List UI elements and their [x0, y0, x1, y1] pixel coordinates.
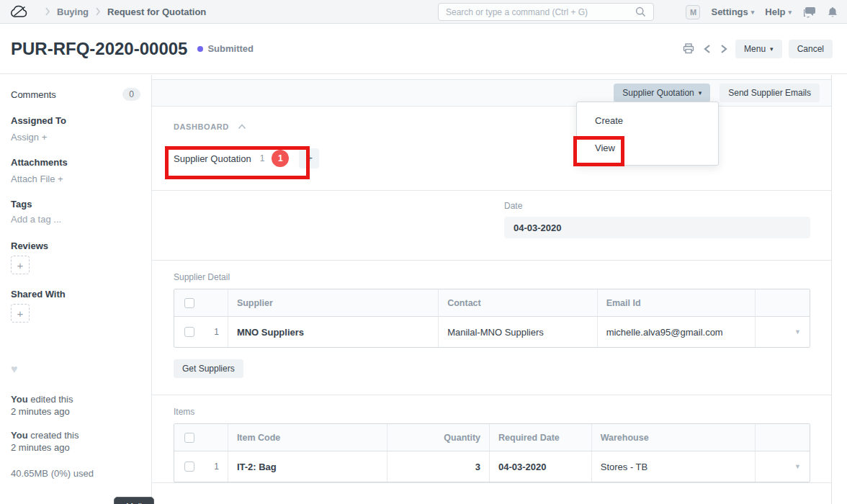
like-heart-icon[interactable]: ♥: [11, 363, 140, 376]
search-icon[interactable]: [635, 6, 646, 20]
activity-action: created this: [30, 430, 79, 441]
chevron-right-icon: [45, 7, 50, 16]
menu-button[interactable]: Menu ▾: [735, 40, 782, 58]
help-menu[interactable]: Help ▾: [765, 6, 792, 17]
cell-email-id[interactable]: michelle.alva95@gmail.com: [598, 317, 756, 347]
items-grid: Item Code Quantity Required Date Warehou…: [174, 423, 810, 482]
menu-button-label: Menu: [744, 44, 766, 54]
add-review-button[interactable]: +: [11, 256, 30, 274]
attach-file-button[interactable]: Attach File +: [11, 174, 140, 184]
page-head-actions: Menu ▾ Cancel: [681, 40, 833, 58]
add-tag-input[interactable]: Add a tag ...: [11, 214, 140, 225]
form-body: Supplier Quotation ▾ Send Supplier Email…: [152, 75, 832, 504]
plus-icon: +: [17, 307, 24, 320]
next-document-icon[interactable]: [719, 42, 729, 55]
column-header-warehouse: Warehouse: [592, 424, 756, 451]
bell-icon[interactable]: [828, 6, 838, 18]
comments-row[interactable]: Comments 0: [11, 88, 140, 101]
breadcrumb-buying[interactable]: Buying: [57, 6, 89, 17]
breadcrumb-request-for-quotation[interactable]: Request for Quotation: [107, 6, 206, 17]
cancel-button-label: Cancel: [797, 44, 824, 54]
new-supplier-quotation-button[interactable]: +: [299, 148, 319, 168]
column-header-item-code: Item Code: [228, 424, 387, 451]
supplier-quotation-link[interactable]: Supplier Quotation: [174, 153, 251, 164]
date-field-label: Date: [504, 201, 810, 211]
reviews-heading: Reviews: [11, 240, 140, 251]
supplier-quotation-badge[interactable]: 1: [272, 150, 289, 167]
activity-time: 2 minutes ago: [11, 406, 70, 417]
assign-button[interactable]: Assign +: [11, 132, 140, 143]
send-supplier-emails-label: Send Supplier Emails: [728, 88, 811, 98]
table-row: 1 MNO Suppliers Manilal-MNO Suppliers mi…: [174, 317, 810, 347]
supplier-quotation-dropdown-button[interactable]: Supplier Quotation ▾: [614, 84, 710, 102]
status-badge: Submitted: [197, 43, 254, 54]
supplier-quotation-count: 1: [260, 153, 265, 163]
chevron-up-icon[interactable]: [238, 124, 246, 130]
caret-down-icon: ▾: [770, 45, 774, 53]
shared-with-heading: Shared With: [11, 289, 140, 300]
select-all-checkbox[interactable]: [184, 433, 194, 443]
cell-contact[interactable]: Manilal-MNO Suppliers: [439, 317, 597, 347]
dropdown-item-create[interactable]: Create: [577, 107, 718, 134]
supplier-detail-section: Supplier Detail Supplier Contact Email I…: [152, 261, 831, 395]
row-checkbox[interactable]: [184, 327, 194, 337]
cell-warehouse[interactable]: Stores - TB: [592, 451, 756, 482]
supplier-detail-label: Supplier Detail: [174, 272, 810, 282]
column-header-contact: Contact: [439, 289, 597, 316]
help-label: Help: [765, 6, 785, 17]
search-input[interactable]: [438, 3, 654, 21]
cell-supplier[interactable]: MNO Suppliers: [228, 317, 439, 347]
supplier-quotation-dropdown-menu: Create View: [576, 102, 719, 166]
attach-file-label: Attach File: [11, 174, 55, 184]
grid-header-row: Item Code Quantity Required Date Warehou…: [174, 424, 810, 451]
supplier-quotation-button-label: Supplier Quotation: [622, 88, 694, 98]
comments-label: Comments: [11, 89, 56, 100]
caret-down-icon: ▾: [699, 89, 702, 96]
select-all-checkbox[interactable]: [184, 298, 194, 308]
app-logo-icon[interactable]: [11, 5, 28, 18]
share-button[interactable]: +: [11, 304, 30, 323]
caret-down-icon: ▾: [788, 9, 792, 16]
row-expand-chevron-down-icon[interactable]: ▼: [756, 317, 810, 347]
dashboard-section: DASHBOARD Supplier Quotation 1 1 +: [152, 107, 831, 191]
table-row: 1 IT-2: Bag 3 04-03-2020 Stores - TB ▼: [174, 451, 810, 482]
cancel-button[interactable]: Cancel: [789, 40, 833, 58]
status-label: Submitted: [207, 43, 254, 54]
print-icon[interactable]: [681, 42, 696, 55]
column-header-supplier: Supplier: [228, 289, 439, 316]
cell-quantity[interactable]: 3: [387, 451, 490, 482]
plus-icon: +: [58, 174, 63, 184]
column-header-quantity: Quantity: [387, 424, 490, 451]
plus-icon: +: [306, 152, 313, 165]
column-header-email-id: Email Id: [598, 289, 756, 316]
cell-item-code[interactable]: IT-2: Bag: [228, 451, 387, 482]
cell-required-date[interactable]: 04-03-2020: [490, 451, 592, 482]
previous-document-icon[interactable]: [702, 42, 712, 55]
date-field-value[interactable]: 04-03-2020: [504, 217, 810, 238]
activity-actor: You: [11, 430, 28, 441]
send-supplier-emails-button[interactable]: Send Supplier Emails: [720, 84, 820, 102]
row-index: 1: [214, 327, 219, 337]
activity-created: You created this 2 minutes ago: [11, 429, 140, 454]
navbar-right: M Settings ▾ Help ▾: [686, 0, 838, 24]
items-label: Items: [174, 407, 810, 417]
assigned-to-heading: Assigned To: [11, 115, 140, 126]
navbar: Buying Request for Quotation M Settings …: [0, 0, 847, 24]
column-header-required-date: Required Date: [490, 424, 592, 451]
activity-actor: You: [11, 394, 28, 405]
assign-label: Assign: [11, 132, 39, 143]
date-section: Date 04-03-2020: [152, 191, 831, 261]
row-expand-chevron-down-icon[interactable]: ▼: [756, 451, 810, 482]
status-dot-icon: [197, 46, 203, 52]
user-avatar[interactable]: M: [686, 5, 700, 19]
activity-action: edited this: [30, 394, 73, 405]
settings-menu[interactable]: Settings ▾: [711, 6, 754, 17]
caret-down-icon: ▾: [751, 9, 755, 16]
dropdown-item-view[interactable]: View: [577, 134, 718, 161]
row-index: 1: [214, 462, 219, 472]
row-checkbox[interactable]: [184, 462, 194, 472]
get-suppliers-button[interactable]: Get Suppliers: [174, 359, 243, 378]
chat-icon[interactable]: [802, 6, 817, 18]
comments-count-badge: 0: [122, 88, 140, 101]
plus-icon: +: [17, 259, 24, 271]
